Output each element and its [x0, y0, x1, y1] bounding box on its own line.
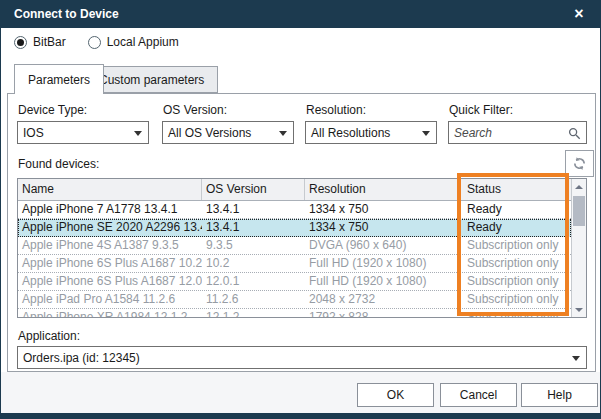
quick-filter-label: Quick Filter:: [449, 103, 513, 117]
refresh-icon: [572, 156, 587, 171]
device-resolution-cell: 2048 x 2732: [305, 291, 460, 308]
column-header-name[interactable]: Name: [18, 179, 202, 200]
device-os-cell: 13.4.1: [202, 219, 305, 236]
device-name-cell: Apple iPhone 4S A1387 9.3.5: [18, 237, 202, 254]
os-version-label: OS Version:: [163, 103, 227, 117]
device-name-cell: Apple iPhone XR A1984 12.1.2: [18, 309, 202, 317]
resolution-value: All Resolutions: [311, 126, 390, 140]
scroll-down-icon[interactable]: [572, 302, 586, 317]
refresh-button[interactable]: [565, 150, 594, 177]
ok-button-label: OK: [387, 388, 404, 402]
os-version-select[interactable]: All OS Versions: [162, 121, 294, 144]
dialog-title: Connect to Device: [14, 7, 119, 21]
connect-to-device-dialog: Connect to Device × BitBar Local Appium …: [0, 0, 601, 419]
device-resolution-cell: 1792 x 828: [305, 309, 460, 317]
scrollbar-thumb[interactable]: [573, 196, 585, 226]
ok-button[interactable]: OK: [357, 383, 434, 407]
radio-local-appium[interactable]: Local Appium: [88, 35, 179, 49]
search-icon: [568, 127, 581, 140]
tab-custom-parameters[interactable]: Custom parameters: [85, 66, 218, 93]
device-row[interactable]: Apple iPhone 4S A1387 9.3.59.3.5DVGA (96…: [18, 237, 571, 255]
device-row[interactable]: Apple iPhone 7 A1778 13.4.113.4.11334 x …: [18, 201, 571, 219]
device-table-body: Apple iPhone 7 A1778 13.4.113.4.11334 x …: [18, 201, 571, 317]
device-row[interactable]: Apple iPad Pro A1584 11.2.611.2.62048 x …: [18, 291, 571, 309]
device-status-cell: Ready: [460, 201, 571, 218]
column-header-resolution[interactable]: Resolution: [305, 179, 460, 200]
device-row[interactable]: Apple iPhone 6S Plus A1687 12.0.112.0.1F…: [18, 273, 571, 291]
help-button-label: Help: [547, 388, 572, 402]
search-placeholder: Search: [454, 126, 492, 140]
device-resolution-cell: Full HD (1920 x 1080): [305, 255, 460, 272]
dropdown-arrow-icon: [422, 131, 430, 136]
device-status-cell: Ready: [460, 219, 571, 236]
device-name-cell: Apple iPad Pro A1584 11.2.6: [18, 291, 202, 308]
connection-mode-group: BitBar Local Appium: [14, 35, 179, 49]
column-header-status[interactable]: Status: [460, 179, 571, 200]
title-bar: Connect to Device ×: [1, 0, 600, 28]
device-os-cell: 11.2.6: [202, 291, 305, 308]
device-table-header: Name OS Version Resolution Status: [18, 179, 586, 201]
device-name-cell: Apple iPhone 6S Plus A1687 12.0.1: [18, 273, 202, 290]
column-header-os-version[interactable]: OS Version: [202, 179, 305, 200]
device-row[interactable]: Apple iPhone XR A1984 12.1.212.1.21792 x…: [18, 309, 571, 317]
device-name-cell: Apple iPhone 7 A1778 13.4.1: [18, 201, 202, 218]
cancel-button[interactable]: Cancel: [440, 383, 517, 407]
device-status-cell: Subscription only: [460, 237, 571, 254]
os-version-value: All OS Versions: [168, 126, 251, 140]
table-scrollbar[interactable]: [571, 179, 586, 317]
help-button[interactable]: Help: [521, 383, 598, 407]
application-value: Orders.ipa (id: 12345): [23, 351, 140, 365]
device-table: Name OS Version Resolution Status Apple …: [17, 178, 587, 318]
dropdown-arrow-icon: [279, 131, 287, 136]
dropdown-arrow-icon: [134, 131, 142, 136]
device-os-cell: 10.2: [202, 255, 305, 272]
radio-local-appium-label: Local Appium: [107, 35, 179, 49]
device-row[interactable]: Apple iPhone SE 2020 A2296 13.4.113.4.11…: [18, 219, 571, 237]
application-label: Application:: [18, 329, 80, 343]
tab-custom-parameters-label: Custom parameters: [99, 73, 204, 87]
scroll-up-icon[interactable]: [572, 179, 586, 194]
quick-filter-input[interactable]: Search: [448, 121, 587, 144]
tab-parameters[interactable]: Parameters: [14, 64, 104, 94]
device-status-cell: Subscription only: [460, 255, 571, 272]
radio-unselected-icon: [88, 36, 101, 49]
device-resolution-cell: DVGA (960 x 640): [305, 237, 460, 254]
cancel-button-label: Cancel: [460, 388, 497, 402]
close-icon[interactable]: ×: [558, 0, 600, 28]
found-devices-label: Found devices:: [18, 157, 99, 171]
tab-parameters-label: Parameters: [28, 73, 90, 87]
resolution-select[interactable]: All Resolutions: [305, 121, 437, 144]
device-status-cell: Subscription only: [460, 291, 571, 308]
application-select[interactable]: Orders.ipa (id: 12345): [17, 346, 587, 369]
dropdown-arrow-icon: [572, 356, 580, 361]
device-resolution-cell: 1334 x 750: [305, 219, 460, 236]
device-name-cell: Apple iPhone 6S Plus A1687 10.2: [18, 255, 202, 272]
device-row[interactable]: Apple iPhone 6S Plus A1687 10.210.2Full …: [18, 255, 571, 273]
device-os-cell: 13.4.1: [202, 201, 305, 218]
radio-bitbar[interactable]: BitBar: [14, 35, 66, 49]
resolution-label: Resolution:: [306, 103, 366, 117]
radio-selected-icon: [14, 36, 27, 49]
radio-bitbar-label: BitBar: [33, 35, 66, 49]
device-os-cell: 12.1.2: [202, 309, 305, 317]
device-resolution-cell: Full HD (1920 x 1080): [305, 273, 460, 290]
device-status-cell: Subscription only: [460, 273, 571, 290]
device-resolution-cell: 1334 x 750: [305, 201, 460, 218]
device-name-cell: Apple iPhone SE 2020 A2296 13.4.1: [18, 219, 202, 236]
device-type-value: IOS: [23, 126, 44, 140]
device-os-cell: 9.3.5: [202, 237, 305, 254]
device-status-cell: Subscription only: [460, 309, 571, 317]
device-os-cell: 12.0.1: [202, 273, 305, 290]
device-type-label: Device Type:: [18, 103, 87, 117]
dialog-bottom-border: [1, 413, 600, 419]
device-type-select[interactable]: IOS: [17, 121, 149, 144]
